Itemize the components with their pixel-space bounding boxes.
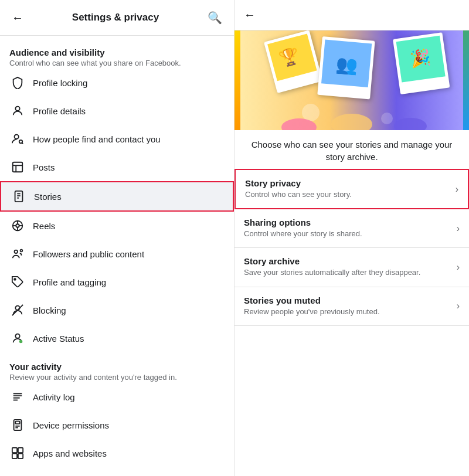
chevron-right-icon: › <box>457 223 460 234</box>
right-header: ← <box>235 0 469 30</box>
svg-rect-31 <box>12 448 17 453</box>
svg-rect-34 <box>18 454 23 458</box>
block-icon <box>9 302 26 318</box>
svg-point-0 <box>15 107 19 111</box>
sidebar-item-label: Profile and tagging <box>33 277 106 287</box>
story-archive-title: Story archive <box>244 256 452 266</box>
chevron-right-icon: › <box>457 301 460 311</box>
svg-rect-28 <box>15 421 19 424</box>
sidebar-item-profile-tagging[interactable]: Profile and tagging <box>0 268 234 296</box>
stories-muted-text: Stories you muted Review people you've p… <box>244 295 452 317</box>
svg-rect-33 <box>12 454 17 458</box>
left-header: ← Settings & privacy 🔍 <box>0 0 234 36</box>
svg-point-45 <box>302 104 320 121</box>
story-privacy-subtitle: Control who can see your story. <box>245 189 451 200</box>
sidebar-item-label: Stories <box>34 192 62 202</box>
story-archive-text: Story archive Save your stories automati… <box>244 256 452 278</box>
story-archive-subtitle: Save your stories automatically after th… <box>244 267 452 278</box>
sidebar-item-posts[interactable]: Posts <box>0 153 234 181</box>
device-icon <box>9 417 26 433</box>
person-icon <box>9 103 26 119</box>
story-archive-option[interactable]: Story archive Save your stories automati… <box>235 248 469 287</box>
left-content: Audience and visibility Control who can … <box>0 36 234 476</box>
hero-image: 🏆 👥 🎉 <box>235 30 469 130</box>
hero-subtitle: Choose who can see your stories and mana… <box>246 138 457 163</box>
right-back-button[interactable]: ← <box>244 8 256 22</box>
sharing-options-title: Sharing options <box>244 217 452 227</box>
audience-title: Audience and visibility <box>9 47 225 57</box>
sidebar-item-label: How people find and contact you <box>33 134 161 144</box>
sidebar-item-label: Activity log <box>33 392 75 402</box>
active-status-icon <box>9 330 26 346</box>
audience-subtitle: Control who can see what you share on Fa… <box>9 59 225 67</box>
story-privacy-title: Story privacy <box>245 178 451 188</box>
audience-section-header: Audience and visibility Control who can … <box>0 43 234 69</box>
search-button[interactable]: 🔍 <box>205 8 225 27</box>
sidebar-item-label: Device permissions <box>33 420 109 430</box>
shield-icon <box>9 74 26 91</box>
sharing-options-option[interactable]: Sharing options Control where your story… <box>235 209 469 248</box>
svg-point-22 <box>19 340 23 344</box>
hero-text: Choose who can see your stories and mana… <box>235 130 469 169</box>
sidebar-item-label: Reels <box>33 221 55 231</box>
followers-icon <box>9 246 26 262</box>
stories-muted-option[interactable]: Stories you muted Review people you've p… <box>235 287 469 326</box>
log-icon <box>9 389 26 405</box>
sidebar-item-label: Followers and public content <box>33 249 144 259</box>
svg-rect-32 <box>18 448 23 453</box>
sidebar-item-followers[interactable]: Followers and public content <box>0 240 234 268</box>
stories-muted-subtitle: Review people you've previously muted. <box>244 307 452 317</box>
stories-icon <box>11 188 27 205</box>
sidebar-item-active-status[interactable]: Active Status <box>0 324 234 352</box>
sidebar-item-device-permissions[interactable]: Device permissions <box>0 411 234 439</box>
sidebar-item-label: Active Status <box>33 334 84 344</box>
sidebar-item-label: Posts <box>33 162 55 172</box>
svg-point-46 <box>381 113 393 124</box>
left-back-button[interactable]: ← <box>9 9 26 27</box>
right-panel: ← <box>235 0 469 476</box>
svg-rect-4 <box>13 162 23 172</box>
sidebar-item-reels[interactable]: Reels <box>0 212 234 240</box>
tag-icon <box>9 274 26 290</box>
chevron-right-icon: › <box>456 184 458 195</box>
story-privacy-text: Story privacy Control who can see your s… <box>245 178 451 200</box>
svg-point-2 <box>19 140 23 144</box>
sharing-options-text: Sharing options Control where your story… <box>244 217 452 239</box>
svg-point-12 <box>16 224 19 227</box>
svg-point-17 <box>15 250 18 254</box>
sidebar-item-apps-websites[interactable]: Apps and websites <box>0 439 234 467</box>
reels-icon <box>9 217 26 234</box>
story-privacy-option[interactable]: Story privacy Control who can see your s… <box>235 169 469 209</box>
activity-title: Your activity <box>9 362 225 372</box>
svg-point-18 <box>14 278 16 280</box>
right-content: Story privacy Control who can see your s… <box>235 169 469 476</box>
apps-icon <box>9 445 26 461</box>
chevron-right-icon: › <box>457 262 460 273</box>
svg-line-3 <box>22 143 23 144</box>
sidebar-item-stories[interactable]: Stories <box>0 181 234 212</box>
sidebar-item-activity-log[interactable]: Activity log <box>0 383 234 411</box>
svg-point-1 <box>15 135 19 139</box>
posts-icon <box>9 159 26 175</box>
left-panel: ← Settings & privacy 🔍 Audience and visi… <box>0 0 235 476</box>
person-search-icon <box>9 131 26 147</box>
sidebar-item-profile-details[interactable]: Profile details <box>0 97 234 125</box>
svg-point-21 <box>15 334 19 338</box>
sharing-options-subtitle: Control where your story is shared. <box>244 229 452 239</box>
sidebar-item-label: Profile details <box>33 106 86 116</box>
svg-text:👥: 👥 <box>335 53 359 76</box>
sidebar-item-label: Blocking <box>33 305 66 315</box>
stories-muted-title: Stories you muted <box>244 295 452 305</box>
activity-section-header: Your activity Review your activity and c… <box>0 357 234 383</box>
sidebar-item-profile-locking[interactable]: Profile locking <box>0 69 234 97</box>
activity-subtitle: Review your activity and content you're … <box>9 373 225 382</box>
sidebar-item-find-contact[interactable]: How people find and contact you <box>0 125 234 153</box>
sidebar-item-blocking[interactable]: Blocking <box>0 296 234 324</box>
svg-text:🎉: 🎉 <box>409 47 431 70</box>
sidebar-item-label: Profile locking <box>33 78 87 88</box>
sidebar-item-label: Apps and websites <box>33 448 107 458</box>
left-title: Settings & privacy <box>72 12 159 23</box>
